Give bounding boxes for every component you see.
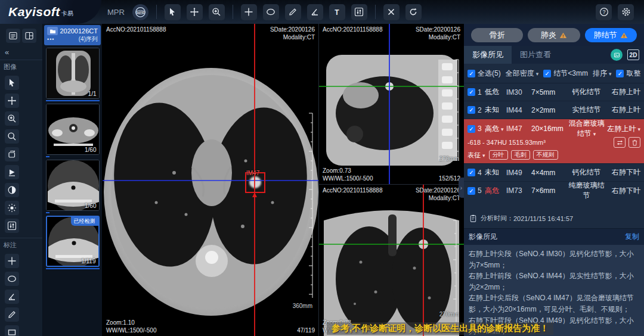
- layout-button[interactable]: [22, 29, 36, 43]
- mpr-label: MPR: [107, 8, 125, 17]
- text-tool-button[interactable]: [329, 4, 345, 20]
- ellipse-annotation-button[interactable]: [5, 272, 19, 286]
- filter-density-dropdown[interactable]: 全部密度▾: [506, 69, 539, 79]
- checkbox-checked[interactable]: ✓: [467, 125, 475, 133]
- toolbar-divider: [375, 5, 376, 19]
- tab-pneumonia[interactable]: 肺炎: [528, 28, 580, 42]
- location-dropdown[interactable]: 左肺上叶▾: [605, 124, 640, 134]
- tag-lobulated[interactable]: 分叶: [489, 150, 508, 160]
- pan-tool-button[interactable]: [5, 94, 19, 108]
- chevron-down-icon: ▾: [536, 71, 539, 77]
- nodule-row-2[interactable]: ✓ 2 未知 IM44 2×2mm 实性结节 右肺上叶: [464, 101, 644, 119]
- image-section-label: 图像: [0, 60, 42, 73]
- checkbox-checked[interactable]: ✓: [467, 169, 475, 176]
- measure-tool-button[interactable]: [285, 4, 301, 20]
- delete-nodule-button[interactable]: [628, 137, 640, 148]
- text-icon: [332, 7, 342, 17]
- window-level-button[interactable]: [5, 219, 19, 233]
- cursor-tool-button[interactable]: [165, 4, 181, 20]
- delete-annotation-button[interactable]: [383, 4, 400, 20]
- sub-tabs: 影像所见 图片查看 2D: [464, 46, 644, 64]
- cine-play-button[interactable]: [5, 165, 19, 179]
- crosshair-annotation-button[interactable]: [5, 254, 19, 268]
- sagittal-viewport[interactable]: AccNO:202101158888 SDate:20200126 Modali…: [319, 24, 464, 185]
- copy-findings-button[interactable]: 复制: [625, 232, 639, 242]
- series-thumbnail-shoulder[interactable]: 1/60: [46, 160, 100, 211]
- checkbox-checked[interactable]: ✓: [543, 70, 551, 77]
- series-list-button[interactable]: [6, 29, 20, 43]
- series-thumbnail-neck[interactable]: 1/60: [46, 104, 100, 155]
- rotate-image-button[interactable]: [5, 147, 19, 161]
- series-thumbnail-selected[interactable]: 已经检测 1/119: [46, 216, 100, 267]
- chevron-down-icon: ▾: [637, 126, 640, 132]
- coronal-study-date: SDate:20200126: [416, 186, 460, 194]
- left-tool-sidebar: « 图像 标注: [0, 24, 43, 336]
- help-button[interactable]: [596, 4, 612, 20]
- tab-lung-nodule[interactable]: 肺结节: [585, 28, 637, 42]
- filter-select-all[interactable]: ✓ 全选(5): [467, 69, 501, 79]
- checkbox-checked[interactable]: ✓: [467, 187, 475, 195]
- findings-title: 影像所见: [469, 232, 497, 242]
- pencil-annotation-button[interactable]: [5, 307, 19, 322]
- magnify-button[interactable]: [5, 129, 19, 144]
- axial-viewport[interactable]: IM47 AccNO:202101158888 SDate:20200126 M…: [103, 24, 319, 336]
- invert-button[interactable]: [5, 183, 19, 197]
- filter-small-nodule[interactable]: ✓ 结节<3mm: [543, 69, 588, 79]
- subtab-image-view[interactable]: 图片查看: [512, 46, 559, 64]
- pan-tool-button[interactable]: [187, 4, 203, 20]
- angle-annotation-button[interactable]: [5, 290, 19, 304]
- tag-irregular[interactable]: 不规则: [533, 150, 558, 160]
- coronal-viewport[interactable]: AccNO:202101158888 SDate:20200126 Modali…: [319, 185, 464, 336]
- chevron-down-icon: ▾: [593, 131, 596, 137]
- characterization-dropdown[interactable]: 表征▾: [467, 151, 485, 160]
- report-image-button[interactable]: [611, 49, 623, 61]
- checkbox-checked[interactable]: ✓: [467, 70, 475, 77]
- window-level-button[interactable]: [351, 4, 367, 20]
- list-icon: [8, 31, 18, 41]
- thumbnail-slice-label: 1/119: [81, 258, 95, 265]
- axial-slice-counter: 47/119: [297, 326, 315, 334]
- collapse-sidebar-button[interactable]: «: [0, 46, 42, 58]
- chevron-down-icon: ▾: [501, 126, 504, 132]
- series-more-button[interactable]: •••: [47, 36, 54, 42]
- mpr-mode-button[interactable]: [132, 4, 148, 20]
- zoom-in-icon: [212, 7, 221, 17]
- rectangle-annotation-button[interactable]: [5, 325, 19, 336]
- subtab-imaging-findings[interactable]: 影像所见: [464, 46, 512, 64]
- filter-sort-dropdown[interactable]: 排序▾: [593, 69, 612, 79]
- risk-dropdown[interactable]: 高危▾: [485, 124, 506, 134]
- tab-fracture[interactable]: 骨折: [471, 28, 523, 42]
- tag-spiculated[interactable]: 毛刺: [511, 150, 530, 160]
- analysis-time-label: 分析时间：: [481, 214, 513, 223]
- help-icon: [599, 7, 609, 17]
- angle-tool-button[interactable]: [307, 4, 323, 20]
- nodule-row-5[interactable]: ✓ 5 高危 IM73 7×6mm 纯磨玻璃结节 右肺下叶: [464, 182, 644, 200]
- cursor-tool-button[interactable]: [5, 76, 19, 90]
- zoom-in-button[interactable]: [5, 111, 19, 126]
- checkbox-checked[interactable]: ✓: [467, 106, 475, 114]
- coronal-scale-label: 270mm: [439, 310, 459, 318]
- nodule-row-1[interactable]: ✓ 1 低危 IM30 7×5mm 钙化结节 右肺上叶: [464, 83, 644, 101]
- axial-study-info: SDate:20200126 Modality:CT: [270, 26, 315, 41]
- ellipse-tool-button[interactable]: [263, 4, 279, 20]
- nodule-row-4[interactable]: ✓ 4 未知 IM49 4×4mm 钙化结节 右肺下叶: [464, 164, 644, 182]
- panel-collapse-handle[interactable]: ›: [459, 178, 464, 198]
- sagittal-window-setting: WW/WL:1500/-500: [323, 175, 373, 182]
- nodule-hu-volume: -618 - 347HU 1515.93mm³: [467, 139, 546, 146]
- type-dropdown[interactable]: 混合磨玻璃结节▾: [568, 119, 605, 139]
- brightness-button[interactable]: [5, 201, 19, 215]
- checkbox-checked[interactable]: ✓: [467, 88, 475, 96]
- zoom-tool-button[interactable]: [209, 4, 225, 20]
- series-thumbnail-scout[interactable]: 1/1: [46, 48, 100, 99]
- detected-badge: 已经检测: [71, 217, 98, 226]
- reset-button[interactable]: [405, 4, 422, 20]
- checkbox-checked[interactable]: ✓: [616, 70, 624, 77]
- settings-button[interactable]: [618, 4, 634, 20]
- crosshair-tool-button[interactable]: [241, 4, 257, 20]
- transfer-nodule-button[interactable]: [614, 137, 626, 148]
- filter-round[interactable]: ✓ 取整: [616, 69, 640, 79]
- view-2d-button[interactable]: 2D: [627, 49, 639, 60]
- nodule-row-3-selected[interactable]: ✓ 3 高危▾ IM47 20×16mm 混合磨玻璃结节▾ 左肺上叶▾ -618…: [464, 119, 644, 164]
- series-header[interactable]: 20200126CT ••• (4)序列: [44, 25, 101, 45]
- ellipse-icon: [7, 274, 17, 284]
